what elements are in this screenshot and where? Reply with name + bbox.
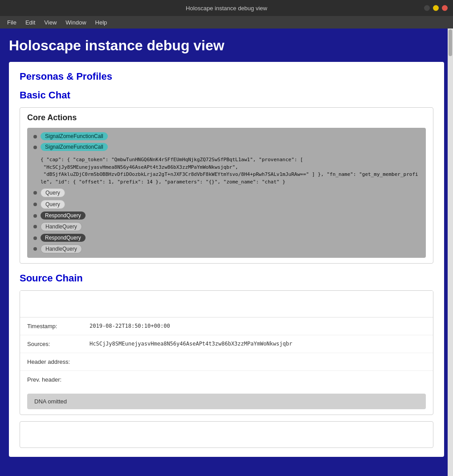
action-row-4: Query	[33, 200, 420, 209]
dna-omitted-button[interactable]: DNA omitted	[27, 394, 426, 409]
badge-handle-1[interactable]: HandleQuery	[41, 222, 82, 231]
page-title: Holoscape instance debug view	[9, 37, 444, 54]
prev-header-row: Prev. header:	[20, 371, 433, 388]
badge-signal-1[interactable]: SignalZomeFunctionCall	[41, 132, 108, 140]
prev-header-label: Prev. header:	[27, 376, 90, 383]
json-text: { "cap": { "cap_token": "QmbwTunHNGQ6NnK…	[41, 156, 420, 186]
badge-respond-1[interactable]: RespondQuery	[41, 212, 86, 220]
menu-file[interactable]: File	[4, 18, 20, 27]
badge-handle-2[interactable]: HandleQuery	[41, 244, 82, 253]
menu-edit[interactable]: Edit	[22, 18, 39, 27]
menu-bar: File Edit View Window Help	[0, 16, 453, 28]
bullet-6	[33, 225, 37, 228]
action-row-2: SignalZomeFunctionCall { "cap": { "cap_t…	[33, 143, 420, 186]
bullet-5	[33, 214, 37, 218]
sources-value: HcSCjJy8SMEunejyasvHmea8N56y46AseAPt4t3z…	[90, 341, 292, 347]
main-card: Personas & Profiles Basic Chat Core Acti…	[9, 62, 444, 457]
timestamp-value: 2019-08-22T18:50:10+00:00	[90, 323, 170, 329]
bullet-8	[33, 247, 37, 251]
title-bar-text: Holoscape instance debug view	[186, 5, 267, 12]
traffic-lights	[424, 5, 448, 11]
core-actions-box: Core Actions SignalZomeFunctionCall Sign…	[20, 107, 433, 264]
title-bar: Holoscape instance debug view	[0, 0, 453, 16]
bullet-7	[33, 236, 37, 240]
badge-signal-2[interactable]: SignalZomeFunctionCall	[41, 143, 108, 151]
action-row-5: RespondQuery	[33, 212, 420, 220]
action-row-8: HandleQuery	[33, 244, 420, 253]
action-row-1: SignalZomeFunctionCall	[33, 132, 420, 140]
actions-gray-area: SignalZomeFunctionCall SignalZomeFunctio…	[27, 128, 426, 258]
source-chain-title: Source Chain	[20, 273, 433, 284]
bullet-3	[33, 191, 37, 195]
traffic-light-close[interactable]	[442, 5, 448, 11]
badge-query-2[interactable]: Query	[41, 200, 65, 209]
bullet-1	[33, 135, 37, 138]
scrollbar[interactable]	[448, 28, 453, 476]
action-row-3: Query	[33, 188, 420, 197]
source-chain-box2	[20, 421, 433, 448]
traffic-light-maximize[interactable]	[433, 5, 439, 11]
menu-window[interactable]: Window	[62, 18, 90, 27]
core-actions-title: Core Actions	[27, 113, 426, 122]
personas-section-title: Personas & Profiles	[20, 71, 433, 82]
action-row-6: HandleQuery	[33, 222, 420, 231]
header-address-label: Header address:	[27, 358, 90, 365]
timestamp-label: Timestamp:	[27, 323, 90, 330]
menu-help[interactable]: Help	[92, 18, 111, 27]
basic-chat-title: Basic Chat	[20, 90, 433, 101]
menu-view[interactable]: View	[41, 18, 60, 27]
bullet-2	[33, 146, 37, 149]
bullet-4	[33, 203, 37, 206]
source-chain-top	[20, 291, 433, 317]
scroll-thumb[interactable]	[449, 29, 452, 56]
badge-respond-2[interactable]: RespondQuery	[41, 234, 86, 242]
sources-label: Sources:	[27, 341, 90, 347]
sources-row: Sources: HcSCjJy8SMEunejyasvHmea8N56y46A…	[20, 335, 433, 353]
header-address-row: Header address:	[20, 353, 433, 371]
source-chain-box: Timestamp: 2019-08-22T18:50:10+00:00 Sou…	[20, 290, 433, 415]
main-content: Holoscape instance debug view Personas &…	[0, 28, 453, 466]
badge-query-1[interactable]: Query	[41, 188, 65, 197]
action-row-7: RespondQuery	[33, 234, 420, 242]
timestamp-row: Timestamp: 2019-08-22T18:50:10+00:00	[20, 317, 433, 335]
traffic-light-minimize[interactable]	[424, 5, 430, 11]
